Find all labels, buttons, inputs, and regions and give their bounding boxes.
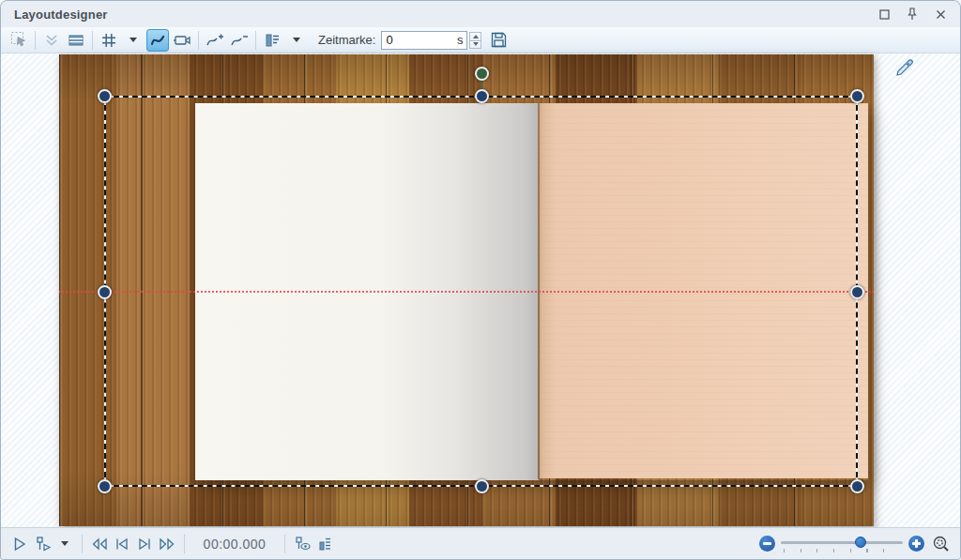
- resize-handle-middle-right[interactable]: [850, 285, 864, 299]
- design-canvas[interactable]: [1, 53, 960, 529]
- float-window-button[interactable]: [874, 5, 894, 23]
- resize-handle-top-right[interactable]: [850, 89, 864, 103]
- zoom-slider[interactable]: [781, 534, 903, 554]
- resize-handle-middle-left[interactable]: [98, 285, 112, 299]
- chevron-down-icon: [130, 38, 137, 42]
- plus-icon: [912, 539, 921, 548]
- play-from-marker-dropdown-button[interactable]: [54, 532, 75, 556]
- layers-icon: [68, 32, 84, 49]
- grid-dropdown-button[interactable]: [122, 29, 145, 52]
- chevron-down-icon: [293, 38, 300, 42]
- grid-icon: [100, 32, 117, 49]
- play-from-marker-button[interactable]: [32, 532, 53, 556]
- close-window-button[interactable]: [930, 5, 951, 23]
- resize-handle-bottom-right[interactable]: [850, 479, 864, 493]
- selection-frame[interactable]: [104, 96, 858, 487]
- marker-eye-icon: [294, 536, 312, 552]
- resize-handle-bottom-center[interactable]: [475, 479, 489, 493]
- next-frame-icon: [136, 536, 153, 552]
- float-window-icon: [879, 9, 890, 20]
- pin-window-button[interactable]: [902, 5, 923, 23]
- edit-pencil-icon: [892, 55, 915, 78]
- minus-icon: [763, 542, 771, 545]
- toolbar-separator: [255, 31, 256, 50]
- timeline-levels-icon: [316, 536, 333, 552]
- skip-forward-button[interactable]: [157, 532, 177, 556]
- collapse-panel-button[interactable]: [40, 29, 63, 52]
- save-button[interactable]: [487, 29, 510, 52]
- zoom-slider-track[interactable]: [781, 541, 903, 544]
- zeitmarke-spinner: [469, 32, 481, 49]
- column-view-dropdown-button[interactable]: [285, 29, 308, 52]
- camera-keyframe-button[interactable]: [171, 29, 193, 52]
- window-title: Layoutdesigner: [1, 8, 108, 22]
- previous-frame-icon: [114, 536, 130, 552]
- curve-plus-icon: [206, 32, 224, 49]
- chevron-down-icon: [61, 541, 69, 546]
- rotation-handle[interactable]: [475, 67, 489, 81]
- toolbar-separator: [92, 31, 93, 50]
- play-icon: [11, 536, 28, 552]
- camera-icon: [173, 32, 191, 49]
- previous-frame-button[interactable]: [112, 532, 132, 556]
- toolbar-separator: [35, 31, 36, 50]
- time-display: 00:00.000: [198, 537, 271, 552]
- layers-button[interactable]: [65, 29, 87, 52]
- playback-bar: 00:00.000: [1, 527, 960, 559]
- bottombar-separator: [184, 535, 185, 553]
- zoom-fit-icon: [932, 535, 951, 553]
- skip-backward-icon: [90, 536, 109, 552]
- zoom-in-button[interactable]: [908, 536, 924, 552]
- main-toolbar: Zeitmarke: s: [1, 27, 960, 53]
- curve-minus-icon: [230, 32, 249, 49]
- play-button[interactable]: [9, 532, 30, 556]
- zeitmarke-label: Zeitmarke:: [318, 33, 375, 47]
- next-frame-button[interactable]: [134, 532, 155, 556]
- remove-curve-point-button[interactable]: [228, 29, 251, 52]
- resize-handle-top-left[interactable]: [98, 89, 112, 103]
- column-view-icon: [264, 32, 281, 49]
- curve-icon: [148, 31, 167, 50]
- zeitmarke-input[interactable]: [382, 33, 455, 47]
- zoom-out-button[interactable]: [759, 536, 775, 552]
- zoom-fit-button[interactable]: [931, 532, 952, 556]
- pin-icon: [907, 8, 918, 21]
- zoom-slider-ticks: [784, 549, 900, 552]
- column-view-button[interactable]: [261, 29, 283, 52]
- double-chevron-down-icon: [43, 32, 60, 49]
- curve-tool-button[interactable]: [146, 29, 169, 52]
- resize-handle-top-center[interactable]: [475, 89, 489, 103]
- layoutdesigner-window: Layoutdesigner: [0, 0, 961, 560]
- close-icon: [936, 9, 946, 20]
- select-tool-icon: [10, 31, 28, 49]
- title-bar: Layoutdesigner: [1, 1, 960, 27]
- skip-backward-button[interactable]: [89, 532, 110, 556]
- marker-visibility-button[interactable]: [292, 532, 313, 556]
- save-icon: [490, 31, 508, 49]
- zeitmarke-unit: s: [455, 33, 467, 47]
- zoom-controls: [759, 532, 953, 556]
- zeitmarke-inputbox: s: [381, 31, 467, 50]
- zoom-slider-thumb[interactable]: [855, 537, 866, 548]
- window-controls: [874, 5, 960, 23]
- select-tool-button[interactable]: [8, 29, 30, 52]
- grid-button[interactable]: [98, 29, 120, 52]
- bottombar-separator: [284, 535, 285, 553]
- add-curve-point-button[interactable]: [204, 29, 226, 52]
- timeline-levels-button[interactable]: [314, 532, 335, 556]
- skip-forward-icon: [158, 536, 176, 552]
- spinner-up-button[interactable]: [469, 32, 481, 40]
- toolbar-separator: [198, 31, 199, 50]
- spinner-down-button[interactable]: [469, 40, 481, 49]
- play-from-marker-icon: [34, 536, 52, 552]
- resize-handle-bottom-left[interactable]: [98, 479, 112, 493]
- bottombar-separator: [82, 535, 83, 553]
